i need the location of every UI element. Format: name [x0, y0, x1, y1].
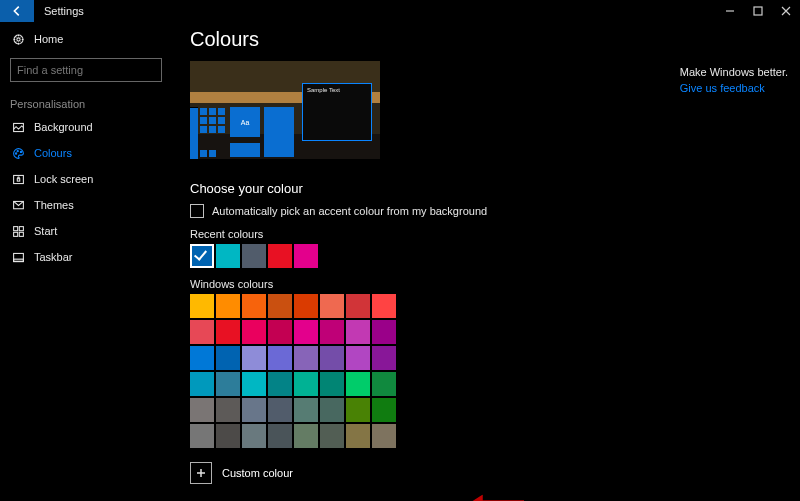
- feedback-link[interactable]: Give us feedback: [680, 82, 788, 94]
- windows-colour-swatch[interactable]: [372, 398, 396, 422]
- svg-point-5: [15, 152, 16, 153]
- sidebar-category-header: Personalisation: [0, 90, 172, 114]
- sidebar-item-label: Colours: [34, 147, 72, 159]
- maximize-button[interactable]: [744, 0, 772, 22]
- windows-colour-swatch[interactable]: [216, 320, 240, 344]
- windows-colour-swatch[interactable]: [294, 346, 318, 370]
- sidebar-item-label: Lock screen: [34, 173, 93, 185]
- windows-colour-swatch[interactable]: [320, 398, 344, 422]
- sidebar-item-taskbar[interactable]: Taskbar: [0, 244, 172, 270]
- maximize-icon: [753, 6, 763, 16]
- windows-colour-swatch[interactable]: [242, 372, 266, 396]
- recent-colour-swatch[interactable]: [294, 244, 318, 268]
- windows-colour-swatch[interactable]: [320, 372, 344, 396]
- recent-colours-grid: [190, 244, 318, 268]
- windows-colour-swatch[interactable]: [190, 320, 214, 344]
- taskbar-icon: [10, 251, 26, 264]
- windows-colour-swatch[interactable]: [294, 398, 318, 422]
- feedback-panel: Make Windows better. Give us feedback: [680, 66, 788, 94]
- theme-icon: [10, 199, 26, 212]
- preview-window: Sample Text: [302, 83, 372, 141]
- windows-colour-swatch[interactable]: [268, 320, 292, 344]
- search-input[interactable]: [10, 58, 162, 82]
- annotation-arrow: [472, 494, 524, 501]
- windows-colour-swatch[interactable]: [346, 398, 370, 422]
- sidebar-item-background[interactable]: Background: [0, 114, 172, 140]
- sidebar-item-themes[interactable]: Themes: [0, 192, 172, 218]
- plus-icon: [196, 468, 206, 478]
- windows-colour-swatch[interactable]: [190, 398, 214, 422]
- windows-colour-swatch[interactable]: [346, 320, 370, 344]
- windows-colour-swatch[interactable]: [294, 372, 318, 396]
- windows-colour-swatch[interactable]: [190, 372, 214, 396]
- svg-point-6: [17, 150, 18, 151]
- windows-colour-swatch[interactable]: [320, 346, 344, 370]
- windows-colour-swatch[interactable]: [320, 294, 344, 318]
- svg-rect-12: [19, 226, 23, 230]
- sidebar-item-label: Start: [34, 225, 57, 237]
- windows-colour-swatch[interactable]: [268, 346, 292, 370]
- windows-colour-swatch[interactable]: [190, 346, 214, 370]
- svg-point-7: [20, 151, 21, 152]
- sidebar-item-label: Themes: [34, 199, 74, 211]
- auto-accent-checkbox[interactable]: Automatically pick an accent colour from…: [190, 204, 800, 218]
- custom-colour-button[interactable]: [190, 462, 212, 484]
- custom-colour-label: Custom colour: [222, 467, 293, 479]
- windows-colour-swatch[interactable]: [268, 294, 292, 318]
- windows-colour-swatch[interactable]: [242, 320, 266, 344]
- windows-colour-swatch[interactable]: [190, 424, 214, 448]
- windows-colour-swatch[interactable]: [294, 294, 318, 318]
- windows-colour-swatch[interactable]: [242, 398, 266, 422]
- windows-colour-swatch[interactable]: [242, 424, 266, 448]
- sidebar-home[interactable]: Home: [0, 26, 172, 52]
- recent-colour-swatch[interactable]: [242, 244, 266, 268]
- back-button[interactable]: [0, 0, 34, 22]
- recent-colour-swatch[interactable]: [190, 244, 214, 268]
- windows-colour-swatch[interactable]: [190, 294, 214, 318]
- sidebar-item-start[interactable]: Start: [0, 218, 172, 244]
- windows-colour-swatch[interactable]: [268, 424, 292, 448]
- windows-colour-swatch[interactable]: [294, 320, 318, 344]
- windows-colour-swatch[interactable]: [372, 346, 396, 370]
- recent-colour-swatch[interactable]: [216, 244, 240, 268]
- window-title: Settings: [34, 0, 94, 22]
- windows-colour-swatch[interactable]: [372, 320, 396, 344]
- recent-colour-swatch[interactable]: [268, 244, 292, 268]
- sidebar-item-colours[interactable]: Colours: [0, 140, 172, 166]
- windows-colour-swatch[interactable]: [216, 346, 240, 370]
- windows-colours-grid: [190, 294, 396, 448]
- recent-colours-heading: Recent colours: [190, 228, 800, 240]
- windows-colour-swatch[interactable]: [242, 294, 266, 318]
- home-icon: [10, 33, 26, 46]
- windows-colour-swatch[interactable]: [346, 346, 370, 370]
- preview-tile-label: Aa: [230, 107, 260, 137]
- windows-colour-swatch[interactable]: [346, 424, 370, 448]
- start-icon: [10, 225, 26, 238]
- windows-colour-swatch[interactable]: [372, 372, 396, 396]
- choose-colour-heading: Choose your colour: [190, 181, 800, 196]
- windows-colour-swatch[interactable]: [216, 372, 240, 396]
- windows-colour-swatch[interactable]: [268, 372, 292, 396]
- sidebar-item-lockscreen[interactable]: Lock screen: [0, 166, 172, 192]
- windows-colour-swatch[interactable]: [346, 294, 370, 318]
- back-arrow-icon: [10, 4, 24, 18]
- windows-colour-swatch[interactable]: [268, 398, 292, 422]
- search-field[interactable]: [17, 64, 155, 76]
- close-button[interactable]: [772, 0, 800, 22]
- windows-colour-swatch[interactable]: [372, 294, 396, 318]
- windows-colour-swatch[interactable]: [242, 346, 266, 370]
- sidebar: Home Personalisation Background Colours …: [0, 22, 172, 501]
- windows-colour-swatch[interactable]: [320, 320, 344, 344]
- colour-preview: Aa Sample Text: [190, 61, 380, 165]
- windows-colour-swatch[interactable]: [294, 424, 318, 448]
- windows-colour-swatch[interactable]: [216, 294, 240, 318]
- windows-colour-swatch[interactable]: [372, 424, 396, 448]
- windows-colour-swatch[interactable]: [216, 424, 240, 448]
- windows-colour-swatch[interactable]: [216, 398, 240, 422]
- lock-icon: [10, 173, 26, 186]
- minimize-button[interactable]: [716, 0, 744, 22]
- windows-colour-swatch[interactable]: [320, 424, 344, 448]
- picture-icon: [10, 121, 26, 134]
- palette-icon: [10, 147, 26, 160]
- windows-colour-swatch[interactable]: [346, 372, 370, 396]
